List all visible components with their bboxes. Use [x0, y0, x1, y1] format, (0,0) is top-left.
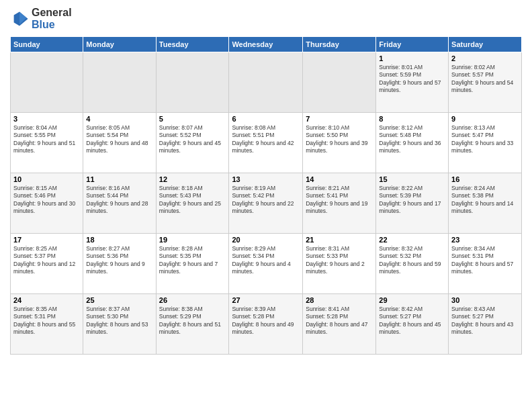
weekday-wednesday: Wednesday — [229, 37, 303, 52]
logo-text: General Blue — [32, 7, 72, 31]
day-number: 1 — [379, 54, 445, 62]
day-number: 23 — [451, 236, 519, 244]
weekday-thursday: Thursday — [303, 37, 376, 52]
day-number: 25 — [86, 296, 152, 304]
day-number: 30 — [451, 296, 519, 304]
day-info: Sunrise: 8:19 AM Sunset: 5:42 PM Dayligh… — [232, 185, 300, 216]
day-info: Sunrise: 8:28 AM Sunset: 5:35 PM Dayligh… — [159, 245, 226, 276]
calendar-cell: 7Sunrise: 8:10 AM Sunset: 5:50 PM Daylig… — [303, 113, 376, 173]
calendar-cell: 26Sunrise: 8:38 AM Sunset: 5:29 PM Dayli… — [156, 294, 229, 355]
calendar-cell: 4Sunrise: 8:05 AM Sunset: 5:54 PM Daylig… — [83, 113, 156, 173]
day-number: 9 — [451, 115, 519, 123]
calendar-cell: 20Sunrise: 8:29 AM Sunset: 5:34 PM Dayli… — [229, 234, 303, 294]
day-number: 18 — [86, 236, 152, 244]
calendar-cell: 18Sunrise: 8:27 AM Sunset: 5:36 PM Dayli… — [83, 234, 156, 294]
day-number: 11 — [86, 175, 152, 183]
day-number: 19 — [159, 236, 226, 244]
calendar-cell: 25Sunrise: 8:37 AM Sunset: 5:30 PM Dayli… — [83, 294, 156, 355]
calendar-cell — [156, 52, 229, 113]
day-info: Sunrise: 8:16 AM Sunset: 5:44 PM Dayligh… — [86, 185, 152, 216]
day-info: Sunrise: 8:01 AM Sunset: 5:59 PM Dayligh… — [379, 64, 445, 95]
day-info: Sunrise: 8:08 AM Sunset: 5:51 PM Dayligh… — [232, 124, 300, 155]
day-info: Sunrise: 8:07 AM Sunset: 5:52 PM Dayligh… — [159, 124, 226, 155]
day-info: Sunrise: 8:10 AM Sunset: 5:50 PM Dayligh… — [306, 124, 373, 155]
week-row-4: 17Sunrise: 8:25 AM Sunset: 5:37 PM Dayli… — [11, 234, 522, 294]
day-number: 14 — [306, 175, 373, 183]
calendar-cell: 23Sunrise: 8:34 AM Sunset: 5:31 PM Dayli… — [449, 234, 522, 294]
day-info: Sunrise: 8:15 AM Sunset: 5:46 PM Dayligh… — [13, 185, 80, 216]
calendar-cell: 6Sunrise: 8:08 AM Sunset: 5:51 PM Daylig… — [229, 113, 303, 173]
calendar-cell: 10Sunrise: 8:15 AM Sunset: 5:46 PM Dayli… — [11, 173, 83, 234]
calendar-cell: 5Sunrise: 8:07 AM Sunset: 5:52 PM Daylig… — [156, 113, 229, 173]
calendar-cell: 29Sunrise: 8:42 AM Sunset: 5:27 PM Dayli… — [376, 294, 449, 355]
day-info: Sunrise: 8:27 AM Sunset: 5:36 PM Dayligh… — [86, 245, 152, 276]
day-info: Sunrise: 8:38 AM Sunset: 5:29 PM Dayligh… — [159, 306, 226, 336]
day-info: Sunrise: 8:31 AM Sunset: 5:33 PM Dayligh… — [306, 245, 373, 276]
day-info: Sunrise: 8:04 AM Sunset: 5:55 PM Dayligh… — [13, 124, 80, 155]
weekday-header-row: SundayMondayTuesdayWednesdayThursdayFrid… — [11, 37, 522, 52]
day-info: Sunrise: 8:13 AM Sunset: 5:47 PM Dayligh… — [451, 124, 519, 155]
calendar-cell — [303, 52, 376, 113]
calendar-cell: 2Sunrise: 8:02 AM Sunset: 5:57 PM Daylig… — [449, 52, 522, 113]
day-info: Sunrise: 8:29 AM Sunset: 5:34 PM Dayligh… — [232, 245, 300, 276]
day-number: 22 — [379, 236, 445, 244]
calendar-cell: 19Sunrise: 8:28 AM Sunset: 5:35 PM Dayli… — [156, 234, 229, 294]
calendar-cell: 14Sunrise: 8:21 AM Sunset: 5:41 PM Dayli… — [303, 173, 376, 234]
day-info: Sunrise: 8:24 AM Sunset: 5:38 PM Dayligh… — [451, 185, 519, 216]
calendar-cell: 28Sunrise: 8:41 AM Sunset: 5:28 PM Dayli… — [303, 294, 376, 355]
weekday-monday: Monday — [83, 37, 156, 52]
logo: General Blue — [10, 7, 72, 31]
calendar: SundayMondayTuesdayWednesdayThursdayFrid… — [10, 36, 522, 355]
day-number: 4 — [86, 115, 152, 123]
week-row-2: 3Sunrise: 8:04 AM Sunset: 5:55 PM Daylig… — [11, 113, 522, 173]
day-number: 16 — [451, 175, 519, 183]
calendar-cell: 8Sunrise: 8:12 AM Sunset: 5:48 PM Daylig… — [376, 113, 449, 173]
calendar-cell: 12Sunrise: 8:18 AM Sunset: 5:43 PM Dayli… — [156, 173, 229, 234]
day-number: 21 — [306, 236, 373, 244]
day-info: Sunrise: 8:32 AM Sunset: 5:32 PM Dayligh… — [379, 245, 445, 276]
day-info: Sunrise: 8:25 AM Sunset: 5:37 PM Dayligh… — [13, 245, 80, 276]
calendar-cell: 13Sunrise: 8:19 AM Sunset: 5:42 PM Dayli… — [229, 173, 303, 234]
week-row-5: 24Sunrise: 8:35 AM Sunset: 5:31 PM Dayli… — [11, 294, 522, 355]
day-number: 17 — [13, 236, 80, 244]
day-number: 10 — [13, 175, 80, 183]
day-info: Sunrise: 8:18 AM Sunset: 5:43 PM Dayligh… — [159, 185, 226, 216]
calendar-cell: 11Sunrise: 8:16 AM Sunset: 5:44 PM Dayli… — [83, 173, 156, 234]
week-row-1: 1Sunrise: 8:01 AM Sunset: 5:59 PM Daylig… — [11, 52, 522, 113]
header: General Blue — [10, 7, 522, 31]
calendar-cell: 27Sunrise: 8:39 AM Sunset: 5:28 PM Dayli… — [229, 294, 303, 355]
calendar-cell: 17Sunrise: 8:25 AM Sunset: 5:37 PM Dayli… — [11, 234, 83, 294]
day-info: Sunrise: 8:42 AM Sunset: 5:27 PM Dayligh… — [379, 306, 445, 336]
day-number: 6 — [232, 115, 300, 123]
weekday-sunday: Sunday — [11, 37, 83, 52]
calendar-cell: 15Sunrise: 8:22 AM Sunset: 5:39 PM Dayli… — [376, 173, 449, 234]
calendar-cell: 3Sunrise: 8:04 AM Sunset: 5:55 PM Daylig… — [11, 113, 83, 173]
weekday-friday: Friday — [376, 37, 449, 52]
day-number: 20 — [232, 236, 300, 244]
calendar-cell: 21Sunrise: 8:31 AM Sunset: 5:33 PM Dayli… — [303, 234, 376, 294]
calendar-cell: 1Sunrise: 8:01 AM Sunset: 5:59 PM Daylig… — [376, 52, 449, 113]
calendar-cell — [11, 52, 83, 113]
weekday-tuesday: Tuesday — [156, 37, 229, 52]
calendar-cell: 24Sunrise: 8:35 AM Sunset: 5:31 PM Dayli… — [11, 294, 83, 355]
day-number: 24 — [13, 296, 80, 304]
day-number: 13 — [232, 175, 300, 183]
day-number: 15 — [379, 175, 445, 183]
day-info: Sunrise: 8:43 AM Sunset: 5:27 PM Dayligh… — [451, 306, 519, 336]
calendar-cell: 22Sunrise: 8:32 AM Sunset: 5:32 PM Dayli… — [376, 234, 449, 294]
day-number: 29 — [379, 296, 445, 304]
calendar-cell: 9Sunrise: 8:13 AM Sunset: 5:47 PM Daylig… — [449, 113, 522, 173]
week-row-3: 10Sunrise: 8:15 AM Sunset: 5:46 PM Dayli… — [11, 173, 522, 234]
page-container: General Blue SundayMondayTuesdayWednesda… — [0, 0, 532, 411]
day-number: 26 — [159, 296, 226, 304]
day-info: Sunrise: 8:37 AM Sunset: 5:30 PM Dayligh… — [86, 306, 152, 336]
day-info: Sunrise: 8:02 AM Sunset: 5:57 PM Dayligh… — [451, 64, 519, 95]
day-number: 5 — [159, 115, 226, 123]
day-number: 3 — [13, 115, 80, 123]
day-number: 7 — [306, 115, 373, 123]
weekday-saturday: Saturday — [449, 37, 522, 52]
day-info: Sunrise: 8:35 AM Sunset: 5:31 PM Dayligh… — [13, 306, 80, 336]
logo-icon — [10, 9, 29, 28]
calendar-cell — [229, 52, 303, 113]
calendar-cell — [83, 52, 156, 113]
